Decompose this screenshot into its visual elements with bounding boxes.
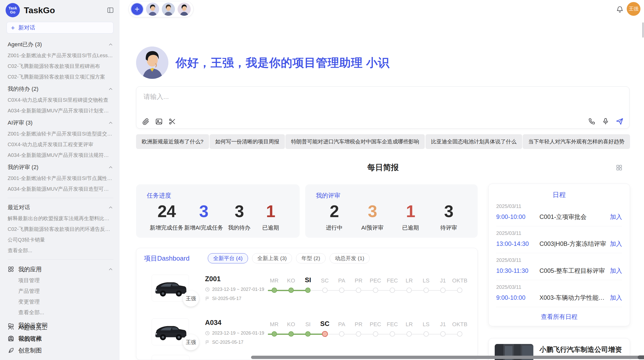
horizontal-scrollbar[interactable] (251, 356, 644, 359)
sidebar-task-item[interactable]: Z001-全新燃油轻卡产品开发项目SI节点属性5D文件评审 (8, 176, 113, 181)
stat-label: 待评审 (433, 224, 464, 232)
milestone: PA (333, 274, 350, 302)
briefing-layout-button[interactable] (614, 164, 624, 171)
new-chat-button[interactable]: + 新对话 (7, 22, 113, 34)
sidebar-collapse-button[interactable] (106, 6, 115, 15)
schedule-card: 日程 2025/03/119:00-10:00C001-立项审批会加入2025/… (488, 184, 630, 326)
phone-icon (588, 117, 596, 125)
event-name: C003|H0B-方案冻结评审 (539, 240, 607, 248)
sidebar-app-item[interactable]: 项目管理 (18, 278, 113, 283)
event-time: 9:00-10:00 (496, 294, 539, 301)
sidebar-tool-item[interactable]: 创意制图 (8, 347, 113, 354)
stat-value: 2 (319, 202, 349, 221)
stats-cards: 任务进度24新增完成任务3新增AI完成任务3我的待办1已逾期我的评审2进行中3A… (136, 184, 478, 238)
milestone-label: LR (406, 318, 413, 328)
attach-button[interactable] (142, 118, 150, 125)
sidebar-my-apps-label: 我的应用 (8, 266, 42, 273)
plus-icon: + (11, 24, 15, 31)
sidebar-tool-item[interactable]: 帮我写作 (8, 336, 113, 342)
view-all-schedule-link[interactable]: 查看所有日程 (496, 313, 622, 321)
suggestion-chip[interactable]: 特朗普可能对进口汽车增税会对中国车企造成哪些影响 (285, 134, 425, 149)
sidebar-app-item[interactable]: 产品管理 (18, 288, 113, 294)
send-button[interactable] (616, 117, 624, 125)
suggestion-chip[interactable]: 比亚迪全固态电池计划具体说了什么 (426, 134, 522, 149)
sidebar-group-title[interactable]: Agent已办 (3) (8, 41, 113, 48)
milestone: PR (350, 274, 367, 302)
sidebar-tool-item[interactable]: AI超级员工 (8, 324, 113, 331)
sidebar-task-item[interactable]: A034-全新新能源MUV产品开发项目造型可行性评审 (8, 186, 113, 192)
image-icon (155, 118, 163, 125)
microphone-button[interactable] (602, 117, 609, 125)
vertical-scrollbar[interactable] (642, 22, 644, 38)
project-date-range: 2023-12-19 ~ 2026-01-19 (205, 331, 265, 336)
project-row[interactable]: 王强Z0012023-12-19 ~ 2027-01-19SI-2025-05-… (144, 269, 470, 307)
sidebar-task-item[interactable]: A034-全新新能源MUV产品开发项目计划变更表编写 (8, 108, 113, 113)
scrollbar-corner[interactable] (638, 355, 644, 359)
sidebar-group-title[interactable]: AI评审 (3) (8, 120, 113, 126)
event-row: 10:30-11:30C005-整车工程目标评审加入 (496, 267, 622, 275)
chat-input[interactable] (143, 92, 551, 115)
milestone-dot (406, 331, 412, 337)
milestone-label: FEC (387, 318, 398, 328)
sidebar-recent-title[interactable]: 最近对话 (8, 204, 113, 211)
sidebar-recent-item[interactable]: 查看全部... (8, 248, 113, 253)
sidebar-recent-chats: 最近对话解释最新出台的欧盟报废车法规再生塑料比例被调至15%...C02-飞腾新… (8, 204, 113, 253)
milestone: PR (350, 318, 367, 346)
milestone-dot (272, 331, 277, 337)
voice-call-button[interactable] (588, 117, 596, 125)
scissors-icon (168, 118, 176, 125)
project-note-text: SC-2025-05-17 (212, 340, 243, 345)
dashboard-filter-pill[interactable]: 全新上装 (3) (252, 253, 292, 263)
milestone: FEC (384, 318, 401, 346)
sidebar-task-item[interactable]: C0X4-动力总成开发项目SI里程碑提交物检查 (8, 97, 113, 103)
milestone: OKTB (451, 318, 468, 346)
sidebar-task-item[interactable]: Z001-全新燃油轻卡产品开发项目SI造型提交物评审 (8, 131, 113, 137)
user-avatar[interactable]: 王强 (627, 2, 640, 16)
milestone-dot (373, 331, 378, 337)
sidebar-task-item[interactable]: A034-全新新能源MUV产品开发项目法规符合性评审 (8, 153, 113, 158)
notifications-button[interactable] (614, 5, 625, 13)
sidebar-my-apps-title[interactable]: 我的应用 (8, 266, 113, 273)
insert-image-button[interactable] (155, 118, 163, 125)
clock-icon (205, 331, 210, 336)
suggestion-chip[interactable]: 欧洲新规最近颁布了什么? (136, 134, 209, 149)
avatar-person-2[interactable] (162, 3, 175, 16)
sidebar-app-item[interactable]: 变更管理 (18, 299, 113, 305)
stats-row: 2进行中3AI预评审1已逾期3待评审 (316, 202, 467, 232)
event-row: 9:00-10:00C001-立项审批会加入 (496, 213, 622, 221)
sidebar-recent-item[interactable]: C02-飞腾新能源轻客改款项目的闭环通告反馈情况 (8, 227, 113, 232)
picture-icon (8, 336, 14, 342)
join-meeting-link[interactable]: 加入 (610, 240, 622, 248)
event-date: 2025/03/11 (496, 230, 622, 236)
sidebar-task-item[interactable]: C0X4-动力总成开发项目工程变更评审 (8, 142, 113, 147)
stat-value: 24 (150, 202, 183, 221)
avatar-person-1[interactable] (146, 3, 159, 16)
dashboard-filter-pill[interactable]: 动总开发 (1) (330, 253, 370, 263)
chevron-up-icon (108, 205, 113, 210)
app-logo: Task Go (6, 3, 20, 17)
sidebar-app-item[interactable]: 查看全部... (18, 310, 113, 315)
clock-icon (205, 287, 210, 292)
avatar-person-3[interactable] (178, 3, 191, 16)
sidebar-recent-item[interactable]: 公司Q3轻卡销量 (8, 237, 113, 243)
event-date: 2025/03/11 (496, 203, 622, 209)
suggestion-chip[interactable]: 当下年轻人对汽车外观有怎样的喜好趋势 (523, 134, 630, 149)
sidebar-group-title[interactable]: 我的待办 (2) (8, 86, 113, 92)
suggestion-chip[interactable]: 如何写一份清晰的项目周报 (210, 134, 285, 149)
sidebar-task-item[interactable]: C02-飞腾新能源轻客改款项目立项汇报方案 (8, 74, 113, 80)
join-meeting-link[interactable]: 加入 (610, 213, 622, 221)
snippet-button[interactable] (168, 118, 176, 125)
event-time: 10:30-11:30 (496, 267, 539, 274)
sidebar-group-title[interactable]: 我的评审 (2) (8, 164, 113, 170)
sidebar-task-item[interactable]: C02-飞腾新能源轻客改款项目里程碑画布 (8, 64, 113, 69)
sidebar-recent-item[interactable]: 解释最新出台的欧盟报废车法规再生塑料比例被调至15%... (8, 216, 113, 221)
user-avatar-label: 王强 (629, 6, 638, 12)
project-row[interactable]: 王强A0342023-12-19 ~ 2026-01-19SC-2025-05-… (144, 313, 470, 351)
dashboard-filter-pill[interactable]: 全新平台 (4) (208, 253, 248, 263)
add-agent-button[interactable] (131, 3, 143, 15)
sidebar-task-item[interactable]: Z001-全新燃油皮卡产品开发项目SI节点Lesson Learn报告 (8, 53, 113, 58)
dashboard-filter-pill[interactable]: 年型 (2) (296, 253, 326, 263)
join-meeting-link[interactable]: 加入 (610, 267, 622, 275)
join-meeting-link[interactable]: 加入 (610, 294, 622, 302)
chat-composer (136, 86, 630, 129)
